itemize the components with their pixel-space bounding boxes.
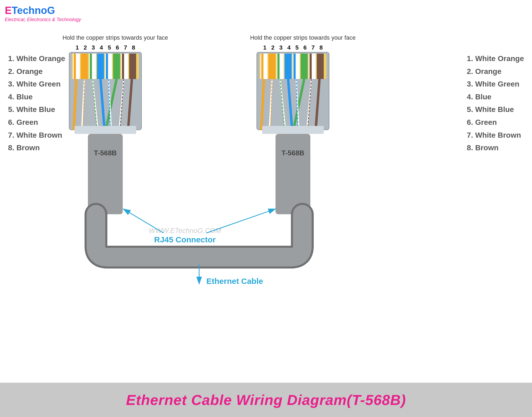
pin-4-right: 4 (287, 44, 291, 51)
wire-stripe-l1b (74, 54, 76, 79)
wire-item-left-7: 7. White Brown (8, 129, 65, 142)
pin-8-right: 8 (319, 44, 323, 51)
wire-stripe-r3b (277, 54, 280, 79)
pin-1-left: 1 (76, 44, 79, 51)
pin-6-left: 6 (116, 44, 119, 51)
wire-stripe-l7b (122, 54, 124, 79)
wire-item-right-3: 3. White Green (467, 78, 524, 91)
wire-stripe-l3a (89, 54, 96, 79)
wire-item-left-2: 2. Orange (8, 65, 65, 78)
label-t568b-left: T-568B (94, 149, 117, 157)
wire-list-left: 1. White Orange 2. Orange 3. White Green… (8, 52, 65, 154)
wire-l-orange1 (74, 79, 76, 130)
wire-l-orange2 (83, 79, 84, 130)
wire-item-right-1: 1. White Orange (467, 52, 524, 65)
pin-5-left: 5 (108, 44, 111, 51)
wire-r-green-white1 (280, 79, 285, 130)
pin-1-right: 1 (263, 44, 266, 51)
wire-item-right-8: 8. Brown (467, 141, 524, 154)
wire-r-brown-white1 (307, 79, 311, 130)
arrow-left (123, 209, 163, 233)
pin-5-right: 5 (295, 44, 299, 51)
wire-stripe-l8 (129, 54, 136, 79)
bottom-banner: Ethernet Cable Wiring Diagram(T-568B) (0, 383, 532, 417)
wire-l-blue1 (101, 79, 105, 130)
wire-l-orange-white1 (82, 79, 84, 130)
banner-title: Ethernet Cable Wiring Diagram(T-568B) (126, 392, 406, 408)
wire-stripe-r4 (285, 54, 292, 79)
wire-r-brown2 (316, 79, 319, 130)
wire-r-orange-white1 (269, 79, 272, 130)
instruction-left: Hold the copper strips towards your face (62, 34, 168, 41)
logo: ETechnoG Electrical, Electronics & Techn… (5, 5, 81, 22)
connector-clip-left (75, 126, 136, 134)
pin-4-left: 4 (100, 44, 103, 51)
wire-stripe-l7a (121, 54, 128, 79)
wire-stripe-r5b (293, 54, 296, 79)
wire-l-brown2 (128, 79, 132, 130)
connector-body-right (257, 52, 329, 130)
wire-item-right-4: 4. Blue (467, 91, 524, 103)
pin-8-left: 8 (132, 44, 135, 51)
wire-stripe-l1a (73, 54, 80, 79)
wire-stripe-r8 (317, 54, 324, 79)
rj45-label-text: RJ45 Connector (154, 235, 216, 244)
pin-3-right: 3 (279, 44, 282, 51)
instruction-right: Hold the copper strips towards your face (250, 34, 356, 41)
wire-r-green1 (280, 79, 285, 130)
wire-stripe-r7b (310, 54, 312, 79)
wire-l-green-white1 (92, 79, 98, 130)
wire-stripe-r2 (269, 54, 276, 79)
logo-tagline: Electrical, Electronics & Technology (5, 17, 81, 22)
wire-item-left-6: 6. Green (8, 116, 65, 129)
wire-stripe-r5a (293, 54, 300, 79)
wire-item-left-1: 1. White Orange (8, 52, 65, 65)
wire-stripe-l3b (90, 54, 92, 79)
page: ETechnoG Electrical, Electronics & Techn… (0, 0, 532, 417)
wire-l-brown1 (120, 79, 124, 130)
wire-l-green2 (106, 79, 117, 130)
wire-l-brown-white1 (119, 79, 124, 130)
wire-item-right-2: 2. Orange (467, 65, 524, 78)
wire-stripe-l4 (97, 54, 104, 79)
pin-2-left: 2 (84, 44, 87, 51)
ethernet-label-text: Ethernet Cable (206, 277, 263, 285)
wire-stripe-r1a (261, 54, 267, 79)
wire-stripe-r6 (301, 54, 308, 79)
wire-item-left-3: 3. White Green (8, 78, 65, 91)
pin-3-left: 3 (92, 44, 95, 51)
wire-l-green1 (92, 79, 97, 130)
logo-e: E (5, 5, 12, 16)
wire-item-left-5: 5. White Blue (8, 103, 65, 116)
wire-item-right-6: 6. Green (467, 116, 524, 129)
wire-r-brown1 (308, 79, 311, 130)
pin-6-right: 6 (303, 44, 307, 51)
wire-r-blue-white1 (296, 79, 299, 130)
arrow-right (206, 209, 276, 233)
wire-stripe-r7a (309, 54, 316, 79)
wire-stripe-l2 (81, 54, 88, 79)
pin-7-left: 7 (124, 44, 127, 51)
connector-cable-exit-right (276, 134, 310, 214)
connector-body-left (69, 52, 142, 130)
connector-gold-right (259, 54, 326, 79)
logo-technog: TechnoG (12, 5, 55, 16)
wire-item-right-7: 7. White Brown (467, 129, 524, 142)
connector-cable-exit-left (88, 134, 123, 214)
wire-stripe-l6 (113, 54, 120, 79)
diagram-svg: Hold the copper strips towards your face… (0, 0, 532, 417)
wire-stripe-r3a (277, 54, 284, 79)
wire-stripe-r1b (261, 54, 263, 79)
wire-r-blue2 (296, 79, 298, 130)
wire-l-blue-white1 (109, 79, 111, 130)
wire-stripe-l5b (106, 54, 108, 79)
cable-outer (96, 214, 302, 257)
wire-r-green2 (293, 79, 304, 130)
wire-item-left-8: 8. Brown (8, 141, 65, 154)
wire-list-right: 1. White Orange 2. Orange 3. White Green… (467, 52, 524, 154)
wire-item-left-4: 4. Blue (8, 91, 65, 103)
pin-7-right: 7 (311, 44, 315, 51)
watermark-text: WWW.ETechnoG.COM (149, 227, 221, 235)
wire-item-right-5: 5. White Blue (467, 103, 524, 116)
connector-gold-left (72, 54, 139, 79)
